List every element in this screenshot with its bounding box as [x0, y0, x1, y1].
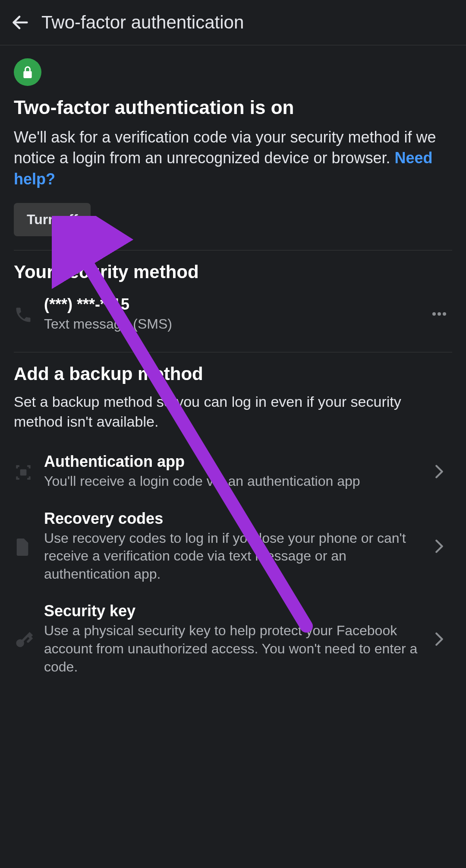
- status-lock-badge: [14, 58, 41, 86]
- backup-method-security-key[interactable]: Security key Use a physical security key…: [14, 592, 452, 685]
- authentication-app-icon: [14, 461, 44, 482]
- security-key-icon: [14, 629, 44, 649]
- status-heading: Two-factor authentication is on: [14, 96, 452, 119]
- backup-description: Set a backup method so you can log in ev…: [14, 392, 452, 432]
- chevron-right-icon: [435, 632, 444, 646]
- status-description-text: We'll ask for a verification code via yo…: [14, 128, 436, 167]
- backup-method-title: Authentication app: [44, 453, 426, 471]
- security-method-heading: Your security method: [14, 262, 452, 282]
- turn-off-button[interactable]: Turn off: [14, 203, 91, 236]
- header-bar: Two-factor authentication: [0, 0, 466, 45]
- arrow-left-icon: [10, 13, 30, 32]
- svg-point-4: [443, 312, 446, 316]
- divider: [14, 352, 452, 352]
- recovery-codes-icon: [14, 535, 44, 558]
- backup-method-title: Recovery codes: [44, 510, 426, 528]
- status-description: We'll ask for a verification code via yo…: [14, 127, 452, 190]
- backup-heading: Add a backup method: [14, 364, 452, 384]
- security-method-more-button[interactable]: [426, 311, 452, 317]
- backup-method-desc: You'll receive a login code via an authe…: [44, 472, 426, 491]
- svg-rect-5: [20, 469, 27, 475]
- backup-method-desc: Use recovery codes to log in if you lose…: [44, 529, 426, 583]
- lock-icon: [22, 66, 33, 79]
- back-button[interactable]: [10, 14, 33, 31]
- svg-point-2: [432, 312, 436, 316]
- security-method-phone: (***) ***-**15: [44, 295, 426, 314]
- page-title: Two-factor authentication: [41, 12, 244, 33]
- security-method-row[interactable]: (***) ***-**15 Text message (SMS): [14, 290, 452, 339]
- svg-rect-1: [23, 71, 31, 78]
- security-method-type: Text message (SMS): [44, 315, 426, 333]
- more-horizontal-icon: [431, 311, 447, 317]
- backup-method-recovery-codes[interactable]: Recovery codes Use recovery codes to log…: [14, 500, 452, 593]
- phone-icon: [14, 304, 44, 324]
- svg-point-3: [438, 312, 441, 316]
- chevron-right-icon: [435, 464, 444, 479]
- backup-method-authentication-app[interactable]: Authentication app You'll receive a logi…: [14, 443, 452, 500]
- backup-method-desc: Use a physical security key to help prot…: [44, 622, 426, 676]
- chevron-right-icon: [435, 539, 444, 554]
- divider: [14, 250, 452, 250]
- backup-method-title: Security key: [44, 602, 426, 620]
